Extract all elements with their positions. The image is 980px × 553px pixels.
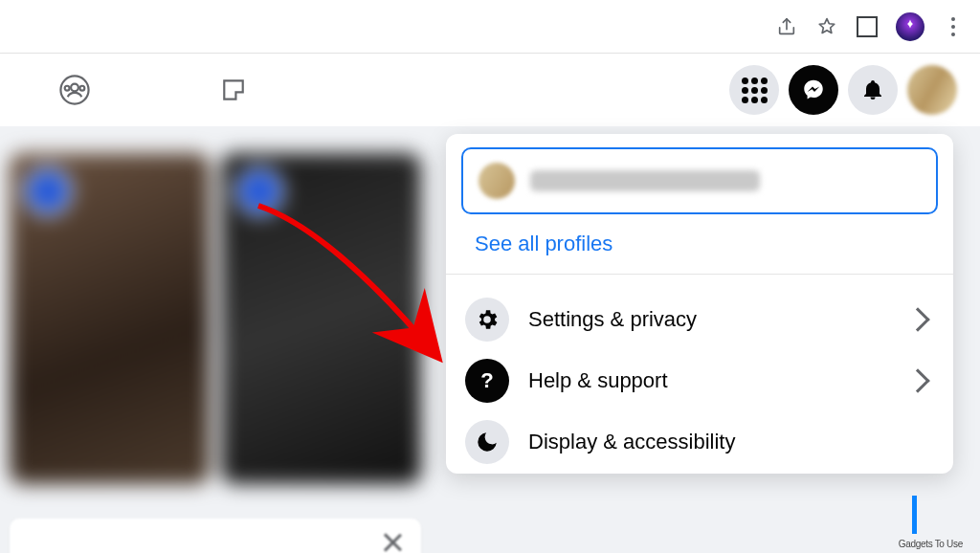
notifications-button[interactable] [848,65,898,115]
see-all-profiles-link[interactable]: See all profiles [475,232,612,255]
tab-gaming[interactable] [216,73,251,107]
panel-icon[interactable] [856,15,879,38]
grid-icon [742,77,768,103]
menu-button[interactable] [729,65,779,115]
story-card[interactable] [221,153,421,484]
avatar [479,163,515,199]
messenger-button[interactable] [789,65,838,115]
kebab-menu-icon[interactable] [942,15,965,38]
browser-toolbar [0,0,980,54]
svg-point-3 [79,86,84,91]
menu-item-display-accessibility[interactable]: Display & accessibility [465,420,934,464]
moon-icon [465,420,509,464]
watermark: Gadgets To Use [899,539,963,549]
menu-item-help-support[interactable]: ? Help & support [465,359,934,403]
close-icon[interactable] [381,531,404,553]
svg-point-1 [71,84,78,92]
profile-name-redacted [530,170,760,191]
bell-icon [861,78,884,101]
gear-icon [465,298,509,342]
svg-point-2 [65,86,70,91]
story-card[interactable] [10,153,210,484]
bookmark-star-icon[interactable] [815,15,838,38]
text-cursor-icon [912,496,917,534]
see-all-profiles[interactable]: See all profiles [446,222,953,275]
chevron-right-icon [905,307,929,331]
account-button[interactable] [907,65,957,115]
app-topbar [0,54,980,126]
account-dropdown: See all profiles Settings & privacy ? He… [446,134,953,474]
dismiss-card [10,519,421,553]
account-menu-list: Settings & privacy ? Help & support Disp… [446,298,953,464]
content-area: See all profiles Settings & privacy ? He… [0,126,980,553]
menu-item-settings-privacy[interactable]: Settings & privacy [465,298,934,342]
chevron-right-icon [905,368,929,392]
share-icon[interactable] [775,15,798,38]
browser-profile-avatar[interactable] [896,12,924,41]
menu-item-label: Display & accessibility [528,430,934,454]
menu-item-label: Settings & privacy [528,307,890,332]
messenger-icon [801,77,826,102]
tab-groups[interactable] [57,73,92,107]
nav-tabs [57,73,251,107]
profile-switcher-row[interactable] [461,147,938,214]
topbar-actions [729,65,957,115]
menu-item-label: Help & support [528,368,890,393]
stories-row [10,153,421,484]
help-icon: ? [465,359,509,403]
